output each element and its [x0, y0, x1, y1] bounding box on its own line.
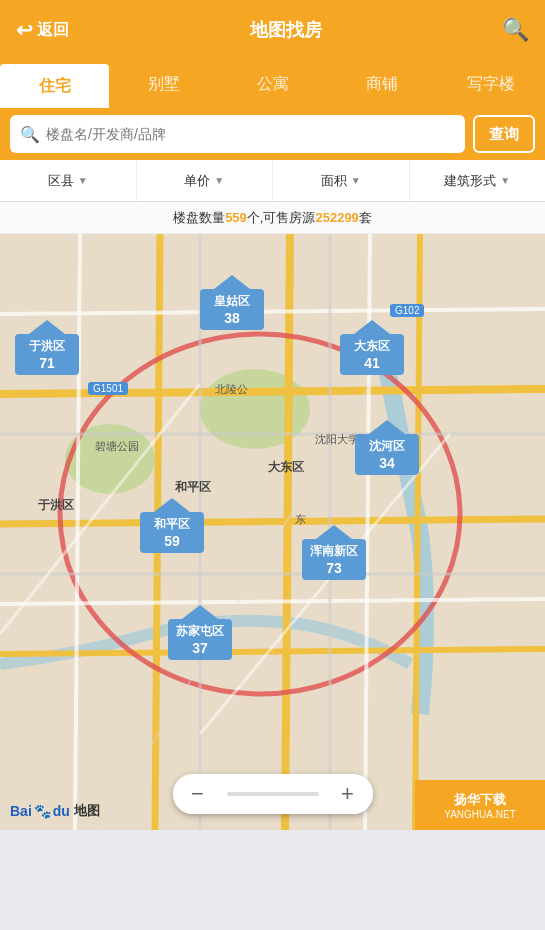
baidu-logo: Bai 🐾 du 地图: [10, 802, 100, 820]
search-input-wrap: 🔍: [10, 115, 465, 153]
svg-line-4: [0, 519, 545, 524]
zoom-controls: − +: [173, 774, 373, 814]
tab-shop[interactable]: 商铺: [327, 60, 436, 108]
zoom-out-button[interactable]: −: [173, 774, 223, 814]
stats-count2: 252299: [315, 210, 358, 225]
back-label: 返回: [37, 20, 69, 41]
search-input[interactable]: [46, 126, 455, 142]
tab-bar: 住宅 别墅 公寓 商铺 写字楼: [0, 60, 545, 108]
baidu-paw-icon: 🐾: [34, 803, 51, 819]
svg-point-1: [200, 369, 310, 449]
map-background: [0, 234, 545, 830]
place-beiling: 北陵公: [215, 382, 248, 397]
marker-huanggu[interactable]: 皇姑区 38: [200, 289, 264, 330]
zoom-slider[interactable]: [227, 792, 319, 796]
stats-middle: 个,可售房源: [247, 209, 316, 227]
back-button[interactable]: ↩ 返回: [16, 18, 69, 42]
filter-price[interactable]: 单价 ▼: [137, 160, 274, 201]
watermark: 扬华下载 YANGHUA.NET: [415, 780, 545, 830]
tab-villa[interactable]: 别墅: [109, 60, 218, 108]
chevron-down-icon: ▼: [78, 175, 88, 186]
label-heping: 和平区: [175, 479, 211, 496]
header: ↩ 返回 地图找房 🔍: [0, 0, 545, 60]
search-bar: 🔍 查询: [0, 108, 545, 160]
search-icon[interactable]: 🔍: [502, 17, 529, 43]
marker-sujiatun[interactable]: 苏家屯区 37: [168, 619, 232, 660]
filter-district[interactable]: 区县 ▼: [0, 160, 137, 201]
svg-line-3: [0, 389, 545, 394]
stats-prefix: 楼盘数量: [173, 209, 225, 227]
filter-area[interactable]: 面积 ▼: [273, 160, 410, 201]
search-button[interactable]: 查询: [473, 115, 535, 153]
baidu-du-text: du: [53, 803, 70, 819]
chevron-down-icon: ▼: [351, 175, 361, 186]
stats-suffix: 套: [359, 209, 372, 227]
zoom-in-button[interactable]: +: [323, 774, 373, 814]
search-inner-icon: 🔍: [20, 125, 40, 144]
label-dadong2: 大东区: [268, 459, 304, 476]
tab-residential[interactable]: 住宅: [0, 64, 109, 108]
baidu-bai-text: Bai: [10, 803, 32, 819]
marker-dadong[interactable]: 大东区 41: [340, 334, 404, 375]
watermark-bottom: YANGHUA.NET: [444, 809, 516, 820]
chevron-down-icon: ▼: [214, 175, 224, 186]
baidu-map-text: 地图: [74, 802, 100, 820]
chevron-down-icon: ▼: [500, 175, 510, 186]
stats-bar: 楼盘数量 559 个,可售房源 252299 套: [0, 202, 545, 234]
marker-shenhe[interactable]: 沈河区 34: [355, 434, 419, 475]
watermark-top: 扬华下载: [454, 791, 506, 809]
place-east: 东: [295, 512, 306, 527]
marker-yuhong[interactable]: 于洪区 71: [15, 334, 79, 375]
marker-hunnan[interactable]: 浑南新区 73: [302, 539, 366, 580]
marker-heping59[interactable]: 和平区 59: [140, 512, 204, 553]
place-shenyang-uni: 沈阳大学: [315, 432, 359, 447]
tab-office[interactable]: 写字楼: [436, 60, 545, 108]
tab-apartment[interactable]: 公寓: [218, 60, 327, 108]
filter-building-type[interactable]: 建筑形式 ▼: [410, 160, 546, 201]
filter-bar: 区县 ▼ 单价 ▼ 面积 ▼ 建筑形式 ▼: [0, 160, 545, 202]
place-bitang: 碧塘公园: [95, 439, 139, 454]
highway-g1501: G1501: [88, 382, 128, 395]
map-area: G1501 G102 北陵公 碧塘公园 沈阳大学 东 皇姑区 38 于洪区 71…: [0, 234, 545, 830]
svg-line-7: [285, 234, 290, 830]
highway-g102: G102: [390, 304, 424, 317]
stats-count1: 559: [225, 210, 247, 225]
back-arrow-icon: ↩: [16, 18, 33, 42]
page-title: 地图找房: [250, 18, 322, 42]
label-yuhong2: 于洪区: [38, 497, 74, 514]
